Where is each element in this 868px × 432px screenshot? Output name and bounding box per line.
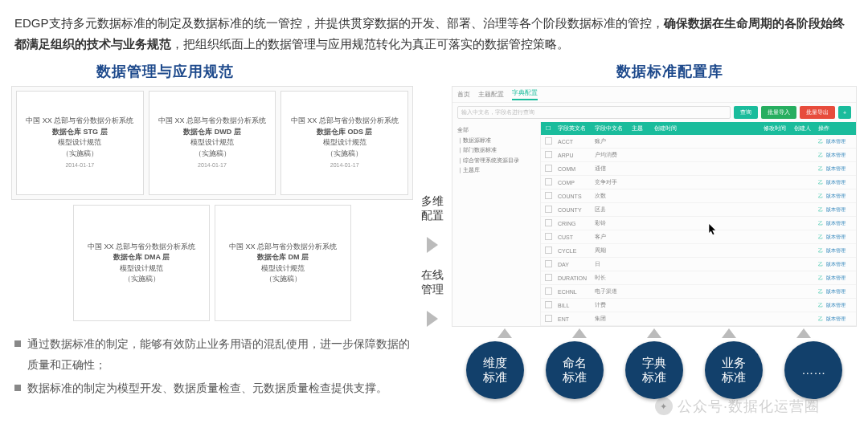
row-checkbox[interactable] xyxy=(541,206,555,214)
row-cn: 账户 xyxy=(592,137,629,145)
row-ops[interactable]: 乙 版本管理 xyxy=(816,193,856,200)
table-row[interactable]: CRING彩铃乙 版本管理 xyxy=(541,217,856,230)
row-ops[interactable]: 乙 版本管理 xyxy=(816,138,856,145)
table-row[interactable]: ENT集团乙 版本管理 xyxy=(541,312,856,326)
tree-item[interactable]: ｜数据源标准 xyxy=(457,136,535,146)
mid-label-b: 在线 管理 xyxy=(421,267,444,296)
table-row[interactable]: ARPU户均消费乙 版本管理 xyxy=(541,149,856,162)
col-checkbox[interactable]: ☐ xyxy=(541,125,555,132)
col-ctime: 创建时间 xyxy=(652,124,761,132)
col-op: 操作 xyxy=(816,124,856,132)
tab-dict[interactable]: 字典配置 xyxy=(512,88,538,100)
row-checkbox[interactable] xyxy=(541,219,555,227)
arrow-up-icon xyxy=(647,328,661,338)
standard-circle: 维度 标准 xyxy=(466,341,524,399)
table-row[interactable]: BILL计费乙 版本管理 xyxy=(541,299,856,312)
tree-item[interactable]: 全部 xyxy=(457,125,535,136)
table-row[interactable]: ACCT账户乙 版本管理 xyxy=(541,135,856,149)
grid-header: ☐ 字段英文名 字段中文名 主题 创建时间 修改时间 创建人 操作 xyxy=(541,122,856,135)
row-ops[interactable]: 乙 版本管理 xyxy=(816,247,856,255)
row-checkbox[interactable] xyxy=(541,247,555,255)
row-cn: 时长 xyxy=(592,274,629,282)
cursor-icon xyxy=(709,224,717,235)
left-column: 中国 XX 总部与省分数据分析系统数据仓库 STG 层模型设计规范（实施稿）20… xyxy=(11,86,413,402)
tree-item[interactable]: ｜主题库 xyxy=(457,165,535,176)
tree-item[interactable]: ｜综合管理系统资源目录 xyxy=(457,156,535,166)
row-ops[interactable]: 乙 版本管理 xyxy=(816,316,856,323)
row-checkbox[interactable] xyxy=(541,151,555,159)
row-cn: 客户 xyxy=(592,233,629,241)
table-row[interactable]: COMP竞争对手乙 版本管理 xyxy=(541,176,856,190)
row-en: ENT xyxy=(555,316,592,322)
table-row[interactable]: CYCLE周期乙 版本管理 xyxy=(541,244,856,258)
data-grid: ☐ 字段英文名 字段中文名 主题 创建时间 修改时间 创建人 操作 ACCT账户… xyxy=(541,122,856,326)
tab-theme[interactable]: 主题配置 xyxy=(478,90,504,99)
row-ops[interactable]: 乙 版本管理 xyxy=(816,179,856,186)
mid-label-a: 多维 配置 xyxy=(421,194,444,222)
row-cn: 户均消费 xyxy=(592,151,629,159)
tree-item[interactable]: ｜部门数据标准 xyxy=(457,145,535,156)
search-input[interactable]: 输入中文名，字段名进行查询 xyxy=(457,106,731,119)
row-cn: 集团 xyxy=(592,315,629,323)
row-en: BILL xyxy=(555,303,592,308)
row-checkbox[interactable] xyxy=(541,315,555,323)
row-cn: 电子渠道 xyxy=(592,287,629,295)
row-checkbox[interactable] xyxy=(541,260,555,268)
row-checkbox[interactable] xyxy=(541,274,555,282)
row-ops[interactable]: 乙 版本管理 xyxy=(816,220,856,227)
row-ops[interactable]: 乙 版本管理 xyxy=(816,261,856,268)
doc-card: 中国 XX 总部与省分数据分析系统数据仓库 STG 层模型设计规范（实施稿）20… xyxy=(16,91,144,195)
list-item: 数据标准的制定为模型开发、数据质量检查、元数据质量检查提供支撑。 xyxy=(14,378,413,399)
table-row[interactable]: COUNTY区县乙 版本管理 xyxy=(541,203,856,217)
row-checkbox[interactable] xyxy=(541,178,555,186)
row-cn: 周期 xyxy=(592,247,629,255)
row-cn: 彩铃 xyxy=(592,219,629,227)
row-ops[interactable]: 乙 版本管理 xyxy=(816,234,856,241)
circle-row: 维度 标准 命名 标准 字典 标准 业务 标准 …… xyxy=(452,338,857,399)
import-button[interactable]: 批量导入 xyxy=(761,106,796,119)
row-checkbox[interactable] xyxy=(541,301,555,309)
watermark-text: 公众号·数据化运营圈 xyxy=(678,397,820,416)
row-ops[interactable]: 乙 版本管理 xyxy=(816,206,856,214)
table-row[interactable]: COMM通信乙 版本管理 xyxy=(541,162,856,176)
row-ops[interactable]: 乙 版本管理 xyxy=(816,288,856,295)
table-row[interactable]: ECHNL电子渠道乙 版本管理 xyxy=(541,285,856,299)
intro-post: ，把组织纸面上的数据管理与应用规范转化为真正可落实的数据管控策略。 xyxy=(171,37,569,51)
table-row[interactable]: DAY日乙 版本管理 xyxy=(541,258,856,271)
table-row[interactable]: COUNTS次数乙 版本管理 xyxy=(541,190,856,203)
arrow-up-icon xyxy=(796,328,811,338)
col-cn: 字段中文名 xyxy=(592,124,629,132)
row-en: COUNTS xyxy=(555,194,592,199)
row-checkbox[interactable] xyxy=(541,137,555,145)
middle-column: 多维 配置 在线 管理 xyxy=(413,86,452,402)
tree-panel: 全部 ｜数据源标准 ｜部门数据标准 ｜综合管理系统资源目录 ｜主题库 xyxy=(452,122,541,326)
row-checkbox[interactable] xyxy=(541,233,555,241)
col-theme: 主题 xyxy=(629,124,652,132)
table-row[interactable]: CUST客户乙 版本管理 xyxy=(541,230,856,244)
row-en: ECHNL xyxy=(555,289,592,295)
doc-card: 中国 XX 总部与省分数据分析系统数据仓库 DMA 层模型设计规范（实施稿） xyxy=(73,205,210,321)
row-checkbox[interactable] xyxy=(541,287,555,295)
app-screenshot: 首页 主题配置 字典配置 输入中文名，字段名进行查询 查询 批量导入 批量导出 … xyxy=(452,86,857,327)
row-checkbox[interactable] xyxy=(541,192,555,200)
col-creator: 创建人 xyxy=(792,124,816,132)
row-ops[interactable]: 乙 版本管理 xyxy=(816,165,856,173)
doc-row-1: 中国 XX 总部与省分数据分析系统数据仓库 STG 层模型设计规范（实施稿）20… xyxy=(11,86,413,200)
doc-row-2: 中国 XX 总部与省分数据分析系统数据仓库 DMA 层模型设计规范（实施稿） 中… xyxy=(11,205,413,321)
row-en: CUST xyxy=(555,234,592,240)
query-button[interactable]: 查询 xyxy=(734,106,758,119)
tab-home[interactable]: 首页 xyxy=(457,90,470,99)
add-button[interactable]: + xyxy=(838,106,851,119)
table-row[interactable]: DURATION时长乙 版本管理 xyxy=(541,271,856,285)
row-cn: 日 xyxy=(592,260,629,268)
arrow-up-icon xyxy=(722,328,736,338)
export-button[interactable]: 批量导出 xyxy=(800,106,835,119)
row-checkbox[interactable] xyxy=(541,165,555,173)
bullet-icon xyxy=(14,385,21,391)
row-ops[interactable]: 乙 版本管理 xyxy=(816,275,856,282)
standard-circle: 业务 标准 xyxy=(705,341,763,399)
arrows-up xyxy=(452,327,857,338)
row-ops[interactable]: 乙 版本管理 xyxy=(816,152,856,159)
standard-circle: 命名 标准 xyxy=(546,341,604,399)
row-ops[interactable]: 乙 版本管理 xyxy=(816,302,856,309)
